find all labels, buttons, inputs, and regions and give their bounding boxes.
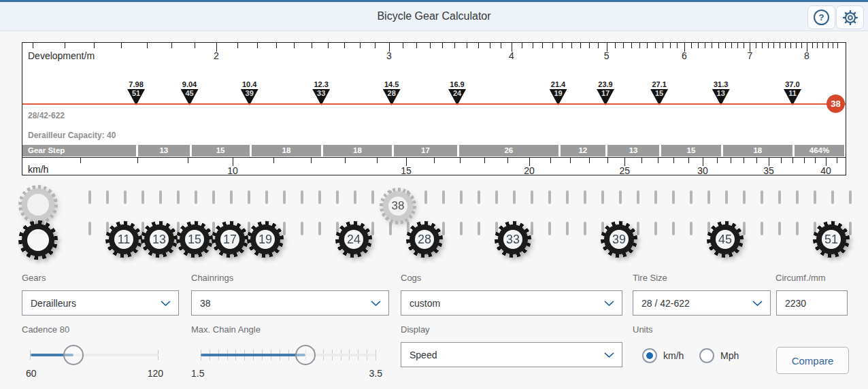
gear-marker[interactable]: 14.528 <box>382 80 401 105</box>
chevron-down-icon <box>371 301 381 307</box>
kmh-tick <box>658 158 658 163</box>
circumference-input[interactable]: 2230 <box>776 290 848 316</box>
development-tick <box>454 43 455 48</box>
development-tick <box>623 43 624 48</box>
development-tick <box>768 43 769 48</box>
shifter-slot-tick <box>336 190 339 204</box>
gear-marker[interactable]: 21.419 <box>549 80 568 105</box>
development-tick <box>655 43 656 48</box>
gear-marker[interactable]: 10.439 <box>240 80 259 105</box>
sprocket-center: 15 <box>185 230 204 249</box>
gear-marker[interactable]: 37.011 <box>783 80 802 105</box>
kmh-tick <box>137 158 138 163</box>
radio-selected-dot <box>646 352 653 359</box>
shifter-slot-tick <box>672 190 675 204</box>
cog-gear[interactable]: 51 <box>813 221 850 258</box>
cog-gear[interactable]: 13 <box>141 221 178 258</box>
kmh-tick <box>815 158 816 163</box>
gear-step-segment: 26 <box>457 145 558 156</box>
cog-gear[interactable]: 15 <box>176 221 213 258</box>
kmh-tick <box>273 158 274 163</box>
cog-gear[interactable]: 39 <box>601 221 637 258</box>
gear-marker[interactable]: 12.333 <box>312 80 331 105</box>
gear-step-segment: 13 <box>136 145 189 156</box>
cog-template-icon[interactable] <box>18 220 58 260</box>
chainring-badge[interactable]: 38 <box>827 95 845 113</box>
development-tick <box>522 43 522 48</box>
gear-marker-speed: 9.04 <box>180 80 199 89</box>
cog-gear[interactable]: 17 <box>212 221 248 258</box>
kmh-tick <box>731 158 731 163</box>
cog-gear[interactable]: 19 <box>247 221 284 258</box>
shifter-slot-tick <box>566 190 569 204</box>
chain-angle-label: Max. Chain Angle <box>191 324 261 335</box>
shifter-slot-tick <box>849 190 852 204</box>
development-tick <box>731 43 732 48</box>
development-tick <box>718 43 719 48</box>
gear-marker-speed: 31.3 <box>712 80 731 89</box>
cog-gear[interactable]: 28 <box>406 221 443 258</box>
gear-step-segment: 464% <box>792 145 844 156</box>
gear-marker[interactable]: 23.917 <box>596 80 615 105</box>
gear-step-segment: 18 <box>721 145 792 156</box>
gear-marker[interactable]: 31.313 <box>712 80 731 105</box>
shifter-slot-tick <box>761 190 763 204</box>
gear-marker[interactable]: 27.115 <box>650 80 669 105</box>
compare-button[interactable]: Compare <box>776 347 849 374</box>
development-tick <box>670 43 671 48</box>
chainrings-select[interactable]: 38 <box>191 290 389 316</box>
kmh-tick <box>837 158 837 163</box>
gear-step-segment: 15 <box>659 145 721 156</box>
cog-gear[interactable]: 24 <box>335 221 372 258</box>
cog-gear[interactable]: 45 <box>707 221 744 258</box>
chainring-template-icon[interactable] <box>18 185 58 224</box>
sprocket-center: 38 <box>388 197 407 216</box>
development-tick <box>785 43 786 48</box>
shifter-slot-tick <box>478 222 480 235</box>
development-tick <box>121 43 122 48</box>
development-tick <box>490 43 490 48</box>
speed-axis-label: km/h <box>28 164 48 175</box>
cogs-select-value: custom <box>410 298 440 309</box>
kmh-tick <box>673 158 674 163</box>
shifter-slot-tick <box>301 222 303 235</box>
display-select[interactable]: Speed <box>401 342 622 367</box>
settings-button[interactable] <box>836 5 864 29</box>
chainring-gear[interactable]: 38 <box>380 188 416 224</box>
gear-marker[interactable]: 16.924 <box>448 80 467 105</box>
development-tick <box>780 43 780 48</box>
development-tick <box>171 43 172 48</box>
gear-marker[interactable]: 9.0445 <box>180 80 199 105</box>
cog-gear[interactable]: 11 <box>105 221 142 258</box>
cog-gear[interactable]: 33 <box>495 221 531 258</box>
shifter-slot-tick <box>283 190 286 204</box>
gear-chart-panel: 2345678 Development/m 7.98519.044510.439… <box>22 42 846 175</box>
units-radio-mph[interactable] <box>699 348 714 363</box>
development-tick <box>580 43 581 48</box>
kmh-tick-label: 25 <box>611 165 638 176</box>
shifter-slot-tick <box>318 222 321 235</box>
cadence-slider-handle[interactable] <box>63 345 84 365</box>
development-tick <box>615 43 616 48</box>
tire-size-select[interactable]: 28 / 42-622 <box>633 290 771 316</box>
development-tick <box>328 43 329 48</box>
cadence-label: Cadence 80 <box>22 324 69 335</box>
chain-angle-slider-handle[interactable] <box>295 345 316 365</box>
gears-select[interactable]: Derailleurs <box>22 290 179 316</box>
development-tick <box>639 43 640 48</box>
gear-marker-speed: 37.0 <box>783 80 802 89</box>
shifter-slot-tick <box>796 222 799 235</box>
development-tick <box>344 43 345 48</box>
kmh-tick <box>460 158 461 163</box>
development-tick-label: 4 <box>498 50 525 61</box>
help-button[interactable]: ? <box>807 5 835 29</box>
cogs-select[interactable]: custom <box>401 290 622 316</box>
gear-step-segment: Gear Step <box>22 145 136 156</box>
development-tick <box>237 43 238 48</box>
development-tick <box>533 43 533 48</box>
gear-marker-speed: 27.1 <box>650 80 669 89</box>
development-tick <box>812 43 813 48</box>
shifter-slot-tick <box>725 190 728 204</box>
gear-marker[interactable]: 7.9851 <box>127 80 146 105</box>
units-radio-kmh[interactable] <box>642 348 657 363</box>
